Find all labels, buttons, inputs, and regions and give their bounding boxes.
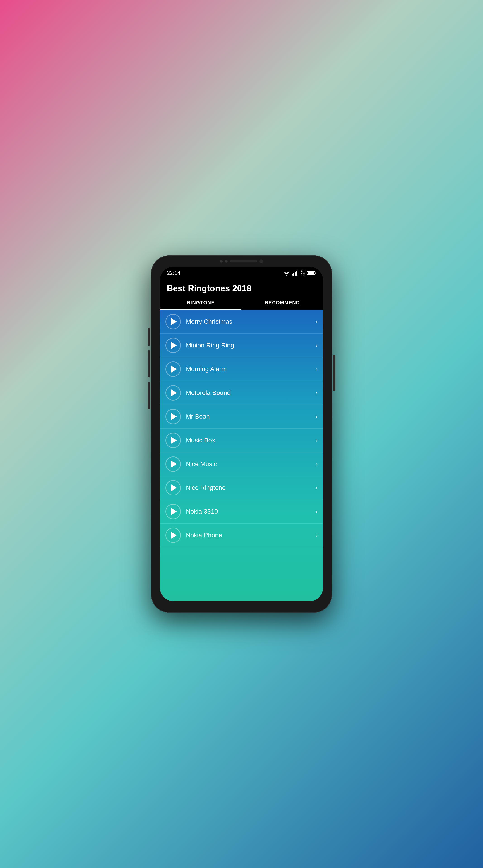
ringtone-name: Merry Christmas (186, 318, 315, 325)
side-button-power[interactable] (333, 355, 335, 391)
chevron-icon: › (315, 389, 317, 397)
app-header: Best Ringtones 2018 (160, 279, 323, 296)
ringtone-name: Mr Bean (186, 413, 315, 420)
play-button[interactable] (166, 456, 181, 472)
sensor-dot (259, 259, 263, 263)
svg-rect-0 (291, 274, 293, 276)
chevron-icon: › (315, 508, 317, 515)
tab-recommend[interactable]: RECOMMEND (242, 296, 323, 310)
status-time: 22:14 (167, 270, 180, 276)
ringtone-name: Nice Music (186, 460, 315, 468)
battery-icon (307, 271, 316, 275)
ringtone-name: Morning Alarm (186, 366, 315, 373)
ringtone-item[interactable]: Music Box › (160, 429, 323, 452)
chevron-icon: › (315, 342, 317, 349)
side-button-volume-down[interactable] (148, 350, 150, 377)
ringtone-item[interactable]: Merry Christmas › (160, 310, 323, 334)
dot2 (225, 260, 228, 263)
chevron-icon: › (315, 460, 317, 468)
ringtone-name: Minion Ring Ring (186, 342, 315, 349)
app-title: Best Ringtones 2018 (167, 284, 316, 293)
play-button[interactable] (166, 338, 181, 353)
status-icons: 4G2G (283, 270, 316, 277)
ringtone-item[interactable]: Nokia 3310 › (160, 500, 323, 524)
ringtone-name: Music Box (186, 437, 315, 444)
ringtone-name: Motorola Sound (186, 389, 315, 397)
play-button[interactable] (166, 314, 181, 329)
play-button[interactable] (166, 362, 181, 377)
play-button[interactable] (166, 433, 181, 448)
svg-rect-6 (315, 272, 316, 274)
side-button-volume-up[interactable] (148, 328, 150, 346)
wifi-icon (283, 271, 290, 276)
earpiece (230, 260, 257, 262)
network-label: 4G2G (301, 270, 305, 277)
chevron-icon: › (315, 532, 317, 539)
play-button[interactable] (166, 504, 181, 519)
play-button[interactable] (166, 409, 181, 424)
svg-rect-5 (308, 272, 314, 274)
signal-icon (291, 271, 299, 276)
svg-rect-3 (296, 271, 297, 276)
ringtone-name: Nokia Phone (186, 532, 315, 539)
tab-ringtone[interactable]: RINGTONE (160, 296, 242, 310)
play-button[interactable] (166, 528, 181, 543)
ringtone-item[interactable]: Nice Ringtone › (160, 476, 323, 500)
ringtone-name: Nice Ringtone (186, 484, 315, 491)
chevron-icon: › (315, 413, 317, 420)
svg-rect-2 (295, 272, 296, 276)
tabs-bar: RINGTONE RECOMMEND (160, 296, 323, 310)
chevron-icon: › (315, 318, 317, 325)
ringtone-item[interactable]: Motorola Sound › (160, 381, 323, 405)
ringtone-item[interactable]: Nokia Phone › (160, 524, 323, 547)
ringtone-item[interactable]: Mr Bean › (160, 405, 323, 429)
status-bar: 22:14 4G2G (160, 267, 323, 279)
side-button-bixby[interactable] (148, 382, 150, 409)
chevron-icon: › (315, 484, 317, 491)
ringtone-list: Merry Christmas › Minion Ring Ring › Mor… (160, 310, 323, 601)
phone-outer: 22:14 4G2G (151, 255, 332, 613)
front-camera-dot (220, 260, 223, 263)
play-button[interactable] (166, 480, 181, 495)
phone-screen: 22:14 4G2G (160, 267, 323, 601)
ringtone-name: Nokia 3310 (186, 508, 315, 515)
chevron-icon: › (315, 366, 317, 373)
chevron-icon: › (315, 437, 317, 444)
svg-rect-1 (293, 273, 294, 276)
phone-top-area (220, 259, 263, 263)
play-button[interactable] (166, 385, 181, 401)
ringtone-item[interactable]: Minion Ring Ring › (160, 334, 323, 358)
ringtone-item[interactable]: Morning Alarm › (160, 358, 323, 381)
ringtone-item[interactable]: Nice Music › (160, 452, 323, 476)
